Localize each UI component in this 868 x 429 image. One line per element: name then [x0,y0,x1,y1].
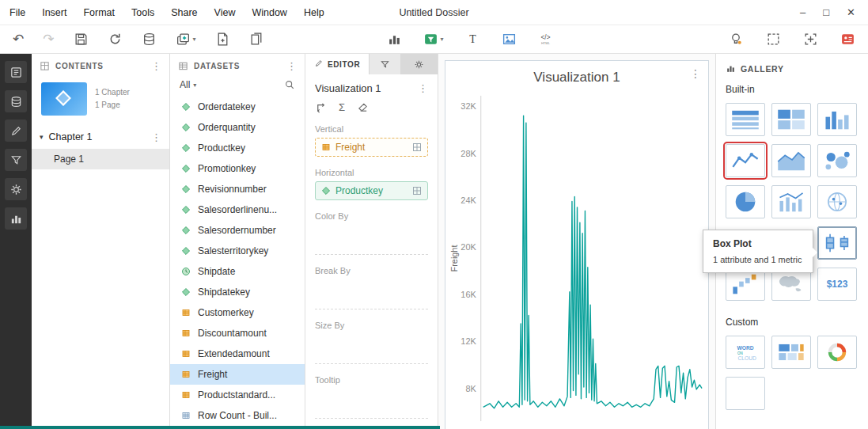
eraser-icon[interactable] [357,101,369,113]
redo-button[interactable]: ↷ [43,32,54,46]
gallery-tile-matrix[interactable] [771,336,811,369]
rail-datasets-button[interactable] [5,90,27,112]
drop-zone-empty-area[interactable] [315,334,428,364]
dataset-field-orderquantity[interactable]: Orderquantity [170,117,305,138]
chip-productkey[interactable]: Productkey [315,181,428,200]
chapter-item[interactable]: ▾ Chapter 1 ⋮ [32,125,169,149]
drop-zone-empty-area[interactable] [315,389,428,419]
close-button[interactable]: ✕ [847,6,855,18]
grid-icon[interactable] [412,142,422,152]
insert-image-button[interactable] [502,32,517,47]
dataset-field-revisionnumber[interactable]: Revisionnumber [170,179,305,199]
drop-zone-break-by[interactable]: Break By [315,266,428,309]
chip-freight[interactable]: Freight [315,138,428,157]
drop-zone-empty-area[interactable] [315,225,428,255]
editor-kebab-icon[interactable]: ⋮ [418,83,428,93]
dataset-field-freight[interactable]: Freight [170,364,305,385]
manage-datasets-button[interactable] [142,32,157,47]
rail-contents-button[interactable] [5,61,27,83]
refresh-button[interactable] [108,32,123,47]
dataset-field-promotionkey[interactable]: Promotionkey [170,158,305,179]
minimize-button[interactable]: – [800,6,805,18]
dataset-field-discountamount[interactable]: Discountamount [170,323,305,344]
gallery-tile-combo-chart[interactable] [771,185,811,218]
dataset-field-productkey[interactable]: Productkey [170,138,305,158]
grid-icon[interactable] [412,186,422,196]
menu-format[interactable]: Format [83,7,115,18]
dataset-field-extendedamount[interactable]: Extendedamount [170,344,305,364]
presentation-mode-button[interactable] [840,32,855,47]
fit-to-window-button[interactable] [766,32,781,47]
menu-insert[interactable]: Insert [42,7,66,18]
drop-zone-horizontal[interactable]: HorizontalProductkey [315,168,428,200]
dataset-field-shipdate[interactable]: Shipdate [170,261,305,282]
menu-tools[interactable]: Tools [131,7,154,18]
dataset-filter-value[interactable]: All [180,79,190,90]
gallery-tile-pie-chart[interactable] [726,185,765,218]
undo-button[interactable]: ↶ [13,32,24,46]
gallery-tile-kpi[interactable]: $123 [817,268,857,301]
visualization-card[interactable]: Visualization 1 ⋮ 32K28K24K20K16K12K8KFr… [445,60,709,429]
dataset-field-row-count-buil-[interactable]: Row Count - Buil... [170,405,305,426]
tab-filter[interactable] [369,54,400,74]
gallery-tile-geo-map[interactable] [817,185,857,218]
gallery-tile-bar-chart[interactable] [817,103,857,136]
duplicate-page-button[interactable] [249,32,264,47]
menu-share[interactable]: Share [171,7,197,18]
insert-filter-caret-icon[interactable]: ▾ [441,36,444,43]
auto-arrange-button[interactable] [803,32,818,47]
insert-page-button[interactable] [215,32,230,47]
drop-zone-size-by[interactable]: Size By [315,321,428,364]
visualization-kebab-icon[interactable]: ⋮ [690,68,701,79]
gallery-tile-word-cloud[interactable]: WORDONCLOUD [726,336,765,369]
chapter-kebab-icon[interactable]: ⋮ [151,132,161,142]
rail-settings-button[interactable] [5,178,27,200]
gallery-tile-heat-map[interactable] [771,103,811,136]
sigma-icon[interactable]: Σ [339,101,345,113]
menu-file[interactable]: File [9,7,25,18]
rail-filters-button[interactable] [5,149,27,171]
dataset-filter-caret-icon[interactable]: ▾ [193,82,196,89]
gallery-tile-line-chart[interactable] [726,144,765,177]
drop-zone-empty-area[interactable] [315,279,428,309]
gallery-tile-bubble-chart[interactable] [817,144,857,177]
dataset-field-salesterritorykey[interactable]: Salesterritorykey [170,241,305,261]
dataset-field-salesordernumber[interactable]: Salesordernumber [170,220,305,241]
chapter-collapse-icon[interactable]: ▾ [40,133,44,141]
drop-zone-tooltip[interactable]: Tooltip [315,375,428,419]
datasets-kebab-icon[interactable]: ⋮ [286,61,297,71]
insights-button[interactable] [729,32,744,47]
search-icon[interactable] [284,79,295,90]
save-button[interactable] [74,32,89,47]
dataset-field-customerkey[interactable]: Customerkey [170,302,305,323]
drop-zone-vertical[interactable]: VerticalFreight [315,124,428,157]
gallery-tile-area-chart[interactable] [771,144,811,177]
dataset-field-orderdatekey[interactable]: Orderdatekey [170,97,305,117]
page-item-selected[interactable]: Page 1 [32,149,169,169]
insert-visualization-button[interactable] [387,32,402,47]
dataset-field-salesorderlinenu-[interactable]: Salesorderlinenu... [170,199,305,220]
tab-editor[interactable]: EDITOR [305,54,369,74]
insert-text-button[interactable]: T [465,32,480,47]
insert-html-button[interactable]: </>HTML [538,32,553,47]
swap-axes-icon[interactable] [315,101,327,113]
rail-format-button[interactable] [5,120,27,142]
insert-filter-button[interactable]: ▾ [423,32,444,47]
dossier-thumbnail[interactable] [41,82,87,116]
rail-visualization-gallery-button[interactable] [5,207,27,230]
drop-zone-color-by[interactable]: Color By [315,211,428,255]
add-data-caret-icon[interactable]: ▾ [193,36,196,43]
menu-window[interactable]: Window [252,7,286,18]
dataset-field-shipdatekey[interactable]: Shipdatekey [170,282,305,302]
dataset-field-productstandard-[interactable]: Productstandard... [170,385,305,405]
maximize-button[interactable]: □ [823,6,829,18]
gallery-tile-ring[interactable] [817,336,857,369]
gallery-tile-partial-tile[interactable] [726,377,765,410]
contents-kebab-icon[interactable]: ⋮ [151,61,161,71]
menu-help[interactable]: Help [304,7,324,18]
gallery-tile-grid[interactable] [726,103,765,136]
menu-view[interactable]: View [214,7,236,18]
tab-properties[interactable] [400,54,438,74]
gallery-tile-box-plot[interactable] [817,226,857,260]
add-data-button[interactable]: ▾ [176,32,196,47]
